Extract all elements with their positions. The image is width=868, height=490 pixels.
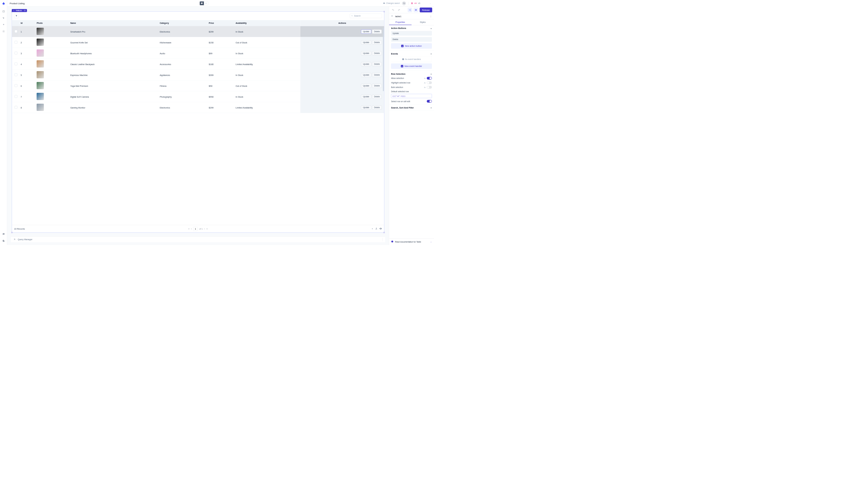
chevron-down-icon[interactable]: ⌄ (429, 2, 432, 4)
undo-button[interactable] (391, 7, 396, 12)
settings-icon[interactable] (1, 29, 6, 34)
row-delete-button[interactable]: Delete (372, 30, 382, 34)
row-delete-button[interactable]: Delete (372, 73, 382, 77)
section-row-selection[interactable]: Row Selection▲ (391, 73, 432, 75)
page-first[interactable]: « (188, 227, 190, 230)
row-update-button[interactable]: Update (361, 84, 371, 88)
expand-icon[interactable] (13, 238, 16, 241)
table-row[interactable]: 7Digital SLR CameraPhotography$550In Sto… (12, 91, 384, 102)
preview-button[interactable] (413, 7, 418, 12)
toggle-bulk-selection[interactable] (427, 86, 432, 89)
search-input[interactable] (354, 15, 381, 17)
row-checkbox[interactable] (15, 95, 18, 98)
table-row[interactable]: 6Yoga Mat PremiumFitness$50Out of StockU… (12, 81, 384, 91)
redo-button[interactable] (397, 7, 401, 12)
row-update-button[interactable]: Update (361, 95, 371, 99)
row-update-button[interactable]: Update (361, 62, 371, 66)
download-icon[interactable] (375, 227, 378, 231)
column-header[interactable]: Id (19, 20, 35, 26)
docs-link[interactable]: Read documentation for Table → (389, 238, 434, 245)
toggle-allow-selection[interactable] (427, 77, 432, 80)
cell-id: 5 (19, 70, 35, 81)
column-header[interactable]: Actions (301, 20, 384, 26)
search-box[interactable] (350, 13, 382, 18)
back-button[interactable] (391, 15, 394, 18)
row-checkbox[interactable] (15, 73, 18, 76)
section-events[interactable]: Events▲ (391, 53, 432, 55)
desktop-icon[interactable] (199, 1, 204, 5)
resize-handle[interactable] (11, 232, 13, 233)
row-delete-button[interactable]: Delete (372, 51, 382, 56)
new-event-handler[interactable]: ＋ New event handler (391, 64, 432, 69)
table-row[interactable]: 4Classic Leather BackpackAccessories$180… (12, 59, 384, 70)
default-row-input[interactable]: {{{"id":1}}} (391, 94, 432, 98)
cell-photo (37, 82, 44, 89)
share-button[interactable] (407, 7, 412, 12)
widget-badge[interactable]: TABLE1 (12, 9, 27, 12)
table-row[interactable]: 5Espresso MachineAppliances$399In StockU… (12, 70, 384, 81)
canvas[interactable]: TABLE1 (7, 7, 389, 245)
column-header[interactable]: Category (158, 20, 207, 26)
row-delete-button[interactable]: Delete (372, 105, 382, 110)
mobile-icon[interactable] (204, 1, 208, 5)
theme-icon[interactable] (1, 238, 6, 243)
page-prev[interactable]: ‹ (191, 227, 192, 230)
row-update-button[interactable]: Update (361, 105, 371, 110)
fx-toggle[interactable]: fx (424, 82, 426, 84)
row-checkbox[interactable] (15, 63, 18, 65)
toggle-select-on-edit[interactable] (427, 100, 432, 103)
row-checkbox[interactable] (15, 106, 18, 109)
add-row-icon[interactable]: ＋ (371, 227, 373, 231)
table-row[interactable]: 8Gaming MonitorElectronics$299Limited Av… (12, 102, 384, 113)
row-checkbox[interactable] (15, 41, 18, 44)
row-update-button[interactable]: Update (361, 30, 371, 34)
row-update-button[interactable]: Update (361, 40, 371, 44)
page-input[interactable] (193, 226, 198, 231)
page-last[interactable]: » (207, 227, 208, 230)
query-panel[interactable]: Query Manager (11, 236, 385, 242)
page-next[interactable]: › (204, 227, 205, 230)
table-widget[interactable]: IdPhotoNameCategoryPriceAvailabilityActi… (12, 11, 384, 233)
device-switch[interactable] (199, 1, 208, 5)
table-row[interactable]: 1Smartwatch ProElectronics$299In StockUp… (12, 26, 384, 37)
version-selector[interactable]: ver v1 ⌄ (411, 2, 432, 4)
section-search-sort-filter[interactable]: Search, Sort And Filter▲ (391, 106, 432, 109)
column-header[interactable]: Price (207, 20, 234, 26)
fx-toggle[interactable]: fx (424, 86, 426, 88)
row-checkbox[interactable] (15, 30, 18, 33)
row-delete-button[interactable]: Delete (372, 84, 382, 88)
row-update-button[interactable]: Update (361, 51, 371, 56)
fx-toggle[interactable]: fx (424, 77, 426, 79)
toggle-highlight-row[interactable] (427, 81, 432, 84)
row-update-button[interactable]: Update (361, 73, 371, 77)
row-delete-button[interactable]: Delete (372, 95, 382, 99)
action-btn-delete[interactable]: Delete (391, 37, 432, 42)
resize-handle[interactable] (384, 11, 385, 12)
column-header[interactable]: Availability (234, 20, 301, 26)
new-action-button[interactable]: ＋ New action button (391, 43, 432, 49)
column-header[interactable]: Photo (35, 20, 69, 26)
table-row[interactable]: 3Bluetooth HeadphonesAudio$99In StockUpd… (12, 48, 384, 59)
row-checkbox[interactable] (15, 84, 18, 87)
row-delete-button[interactable]: Delete (372, 62, 382, 66)
column-header[interactable]: Name (69, 20, 158, 26)
visibility-icon[interactable] (379, 227, 382, 231)
row-delete-button[interactable]: Delete (372, 40, 382, 44)
action-btn-update[interactable]: Update (391, 31, 432, 36)
table-row[interactable]: 2Gourmet Knife SetKitchenware$150Out of … (12, 37, 384, 48)
row-checkbox[interactable] (15, 52, 18, 55)
release-button[interactable]: Release (420, 7, 432, 12)
pages-icon[interactable] (1, 9, 6, 14)
trash-icon[interactable] (24, 10, 26, 11)
cursor-icon[interactable] (1, 16, 6, 21)
resize-handle[interactable] (384, 232, 385, 233)
scrollbar[interactable] (383, 28, 384, 110)
tab-properties[interactable]: Properties (389, 19, 412, 25)
chat-icon[interactable] (1, 232, 6, 237)
tab-styles[interactable]: Styles (411, 19, 434, 25)
more-menu-icon[interactable]: ⋮ (430, 15, 432, 18)
sparkle-icon[interactable] (1, 22, 6, 27)
avatar[interactable]: TD (402, 1, 406, 5)
section-action-buttons[interactable]: Action Buttons▲ (391, 27, 432, 30)
filter-button[interactable] (14, 13, 19, 19)
